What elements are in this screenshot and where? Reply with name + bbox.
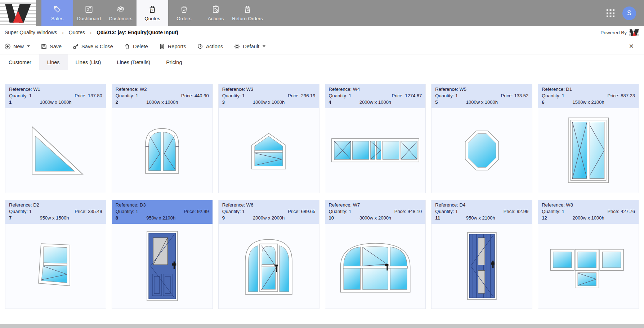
new-button[interactable]: New [4, 43, 30, 50]
line-card-5[interactable]: Reference: W5 Quantity: 1 Price: 133.52 … [431, 84, 532, 193]
line-card-12[interactable]: Reference: W8 Quantity: 1 Price: 427.76 … [538, 200, 639, 309]
history-icon [197, 43, 204, 50]
nav-item-quotes[interactable]: ? Quotes [137, 0, 168, 26]
line-card-body [112, 108, 213, 193]
line-num-dims: 7 950w x 1500h [9, 215, 102, 221]
line-reference: Reference: W4 [329, 86, 422, 93]
delete-button[interactable]: Delete [124, 43, 148, 50]
nav-item-orders[interactable]: Orders [168, 0, 200, 26]
line-reference: Reference: W2 [116, 86, 209, 93]
nav-item-dashboard[interactable]: Dashboard [73, 0, 105, 26]
default-label: Default [243, 44, 259, 49]
line-qty-price: Quantity: 1 Price: 948.10 [329, 208, 422, 215]
line-card-6[interactable]: Reference: D1 Quantity: 1 Price: 887.23 … [538, 84, 639, 193]
tab-lines-details[interactable]: Lines (Details) [109, 54, 158, 70]
chevron-down-icon [263, 45, 265, 47]
line-card-header: Reference: W8 Quantity: 1 Price: 427.76 … [538, 200, 639, 224]
line-quantity: Quantity: 1 [329, 93, 352, 99]
powered-by-logo-icon [629, 29, 639, 36]
line-reference: Reference: W7 [329, 202, 422, 208]
nav-label: Orders [176, 16, 191, 22]
company-logo[interactable] [0, 0, 36, 26]
user-avatar[interactable]: S [622, 6, 636, 20]
line-card-11[interactable]: Reference: D4 Quantity: 1 Price: 92.99 1… [431, 200, 532, 309]
line-price: Price: 92.99 [504, 208, 528, 215]
line-card-header: Reference: W3 Quantity: 1 Price: 296.19 … [219, 84, 319, 108]
actions-label: Actions [206, 44, 223, 49]
tab-pricing[interactable]: Pricing [158, 54, 190, 70]
line-reference: Reference: W3 [222, 86, 316, 93]
line-num-dims: 6 1500w x 2100h [542, 99, 635, 106]
line-quantity: Quantity: 1 [329, 208, 352, 215]
line-num-dims: 11 950w x 2100h [435, 215, 528, 221]
breadcrumb-quotes[interactable]: Quotes [69, 30, 85, 35]
line-number: 8 [116, 215, 118, 221]
nav-item-return-orders[interactable]: Return Orders [232, 0, 263, 26]
new-label: New [13, 44, 24, 49]
french-door-drawing [565, 116, 611, 185]
line-reference: Reference: W1 [9, 86, 102, 93]
tab-customer[interactable]: Customer [1, 54, 39, 70]
line-quantity: Quantity: 1 [435, 208, 458, 215]
line-dimensions: 1000w x 1000h [146, 99, 178, 106]
tab-lines-list[interactable]: Lines (List) [68, 54, 109, 70]
tab-lines[interactable]: Lines [39, 54, 68, 70]
line-quantity: Quantity: 1 [116, 93, 138, 99]
line-reference: Reference: W6 [222, 202, 316, 208]
line-card-3[interactable]: Reference: W3 Quantity: 1 Price: 296.19 … [218, 84, 319, 193]
close-icon[interactable]: ✕ [629, 43, 634, 50]
line-card-1[interactable]: Reference: W1 Quantity: 1 Price: 137.80 … [5, 84, 106, 193]
save-close-button[interactable]: Save & Close [72, 43, 113, 50]
line-card-body [538, 224, 639, 309]
line-num-dims: 9 2000w x 2000h [222, 215, 316, 221]
line-card-7[interactable]: Reference: D2 Quantity: 1 Price: 335.49 … [5, 200, 106, 309]
apps-grid-icon[interactable] [607, 9, 614, 17]
nav-label: Dashboard [77, 16, 101, 22]
line-card-4[interactable]: Reference: W4 Quantity: 1 Price: 1274.67… [325, 84, 426, 193]
actions-button[interactable]: Actions [197, 43, 223, 50]
arched-window-drawing [142, 126, 182, 175]
top-nav: Sales Dashboard Customers ? Quotes [0, 0, 644, 26]
line-num-dims: 4 2000w x 1000h [329, 99, 422, 106]
line-card-2[interactable]: Reference: W2 Quantity: 1 Price: 440.90 … [112, 84, 213, 193]
customers-icon [116, 5, 125, 14]
w-logo-icon [4, 3, 32, 24]
line-card-8[interactable]: Reference: D3 Quantity: 1 Price: 92.99 8… [112, 200, 213, 309]
horizontal-scrollbar[interactable] [0, 324, 644, 328]
line-card-9[interactable]: Reference: W6 Quantity: 1 Price: 689.65 … [218, 200, 319, 309]
report-document-icon [159, 43, 165, 50]
line-qty-price: Quantity: 1 Price: 887.23 [542, 93, 635, 99]
svg-text:?: ? [152, 8, 153, 12]
stacked-window-drawing [34, 239, 77, 293]
default-button[interactable]: Default [234, 43, 265, 50]
line-dimensions: 950w x 1500h [40, 215, 69, 221]
line-quantity: Quantity: 1 [542, 93, 564, 99]
line-number: 12 [542, 215, 547, 221]
save-close-label: Save & Close [81, 44, 113, 49]
line-dimensions: 2000w x 1000h [359, 99, 391, 106]
actions-clipboard-icon [211, 5, 220, 14]
save-button[interactable]: Save [41, 43, 62, 50]
breadcrumb-company[interactable]: Super Quality Windows [5, 30, 57, 35]
nav-item-sales[interactable]: Sales [41, 0, 73, 26]
line-dimensions: 3000w x 2000h [359, 215, 391, 221]
reports-button[interactable]: Reports [159, 43, 186, 50]
line-num-dims: 12 2000w x 1000h [542, 215, 635, 221]
wide-arched-window-drawing [337, 238, 414, 294]
line-number: 11 [435, 215, 440, 221]
line-card-body [219, 224, 319, 309]
line-card-10[interactable]: Reference: W7 Quantity: 1 Price: 948.10 … [325, 200, 426, 309]
quote-tabs: Customer Lines Lines (List) Lines (Detai… [0, 54, 644, 70]
powered-by: Powered By [600, 29, 639, 36]
nav-item-actions[interactable]: Actions [200, 0, 232, 26]
line-card-header: Reference: W2 Quantity: 1 Price: 440.90 … [112, 84, 213, 108]
breadcrumb-current-quote: Q05013: jay: Enquiry(Quote Input) [97, 30, 178, 35]
nav-item-customers[interactable]: Customers [105, 0, 137, 26]
plus-circle-icon [4, 43, 11, 50]
line-dimensions: 1000w x 1000h [40, 99, 71, 106]
powered-by-label: Powered By [600, 30, 627, 35]
line-card-header: Reference: D3 Quantity: 1 Price: 92.99 8… [112, 200, 213, 224]
chevron-down-icon [27, 45, 30, 47]
line-number: 4 [329, 99, 331, 105]
line-reference: Reference: D3 [116, 202, 209, 208]
